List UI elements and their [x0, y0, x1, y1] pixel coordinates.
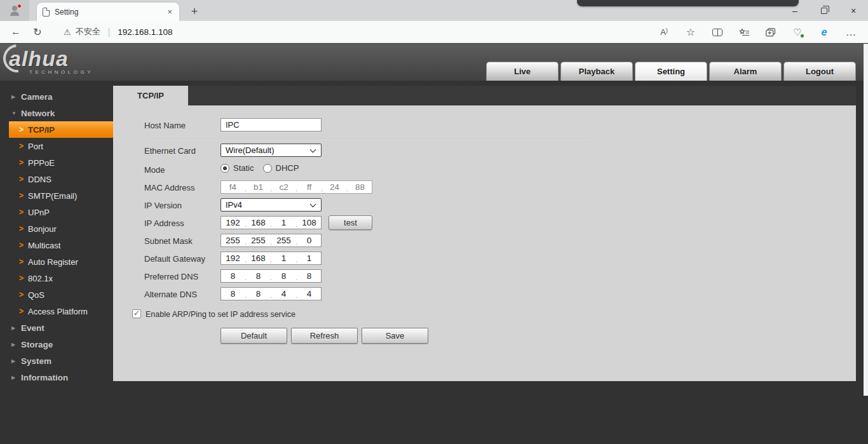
sidebar-item-multicast[interactable]: >Multicast	[0, 237, 113, 253]
sidebar-item-smtp[interactable]: >SMTP(Email)	[0, 187, 113, 204]
read-aloud-button[interactable]: A)	[651, 27, 677, 37]
collections-button[interactable]	[757, 28, 784, 37]
static-radio[interactable]	[220, 164, 229, 173]
page-scrollbar[interactable]	[864, 44, 868, 396]
favorites-list-button[interactable]	[731, 28, 757, 37]
collapsed-arrow-icon: ▶	[11, 325, 19, 331]
refresh-button[interactable]: Refresh	[291, 328, 358, 344]
not-secure-label: 不安全	[76, 26, 100, 37]
default-gateway-input[interactable]: 192. 168. 1. 1	[220, 252, 322, 265]
sidebar-item-auto-register[interactable]: >Auto Register	[0, 253, 113, 270]
tab-close-icon[interactable]: ×	[166, 7, 173, 17]
sidebar-item-storage[interactable]: ▶Storage	[0, 336, 113, 353]
subnet-mask-row: Subnet Mask 255. 255. 255. 0	[113, 234, 856, 248]
ip-version-select[interactable]: IPv4	[220, 198, 322, 212]
chevron-down-icon	[310, 201, 316, 207]
sidebar-item-ddns[interactable]: >DDNS	[0, 171, 113, 187]
sidebar-item-bonjour[interactable]: >Bonjour	[0, 220, 113, 237]
alternate-dns-input[interactable]: 8. 8. 4. 4	[220, 287, 322, 300]
essentials-heart-icon: ♡	[793, 27, 801, 38]
tcpip-panel: TCP/IP Host Name Ethernet Card Wire(Defa…	[113, 86, 856, 381]
site-header: alhua TECHNOLOGY Live Playback Setting A…	[0, 44, 868, 81]
sidebar-item-network[interactable]: ▼Network	[0, 105, 113, 121]
ie-mode-icon: e	[822, 27, 827, 38]
ip-address-row: IP Address 192. 168. 1. 108 test	[113, 216, 856, 230]
restore-button[interactable]	[810, 0, 839, 21]
sidebar-item-access-platform[interactable]: >Access Platform	[0, 303, 113, 320]
sidebar-item-8021x[interactable]: >802.1x	[0, 270, 113, 286]
browser-profile-button[interactable]	[0, 0, 29, 21]
browser-essentials-button[interactable]: ♡	[784, 27, 811, 38]
split-screen-icon	[712, 29, 722, 36]
alternate-dns-row: Alternate DNS 8. 8. 4. 4	[113, 287, 856, 301]
sidebar-item-event[interactable]: ▶Event	[0, 320, 113, 336]
browser-tab[interactable]: Setting ×	[37, 3, 179, 21]
tab-tcpip[interactable]: TCP/IP	[113, 86, 188, 105]
static-label: Static	[233, 163, 254, 173]
nav-logout-button[interactable]: Logout	[783, 62, 856, 81]
default-gateway-row: Default Gateway 192. 168. 1. 1	[113, 252, 856, 266]
sidebar-item-pppoe[interactable]: >PPPoE	[0, 154, 113, 171]
top-popup-overlay	[577, 0, 799, 6]
collapsed-arrow-icon: ▶	[11, 375, 19, 380]
collapsed-arrow-icon: ▶	[11, 342, 19, 347]
green-check-dot	[800, 34, 804, 38]
ip-address-input[interactable]: 192. 168. 1. 108	[220, 216, 322, 229]
chevron-icon: >	[19, 142, 28, 151]
subnet-mask-input[interactable]: 255. 255. 255. 0	[220, 234, 322, 247]
nav-alarm-button[interactable]: Alarm	[709, 62, 782, 81]
ie-mode-button[interactable]: e	[811, 27, 837, 38]
not-secure-warning-icon: ⚠	[64, 27, 71, 37]
refresh-button[interactable]: ↻	[27, 26, 48, 38]
ethernet-card-row: Ethernet Card Wire(Default)	[113, 144, 856, 158]
nav-setting-button[interactable]: Setting	[635, 62, 707, 81]
logo-subtitle: TECHNOLOGY	[29, 69, 93, 75]
mode-row: Mode Static DHCP	[113, 163, 856, 177]
preferred-dns-input[interactable]: 8. 8. 8. 8	[220, 269, 322, 283]
sidebar-item-tcpip[interactable]: >TCP/IP	[9, 121, 113, 138]
address-divider: |	[108, 27, 111, 37]
chevron-icon: >	[19, 290, 28, 299]
dhcp-radio[interactable]	[263, 164, 272, 173]
stacked-tabs-plus-icon	[766, 28, 776, 37]
panel-tab-strip: TCP/IP	[113, 86, 856, 105]
logo-swoosh-icon: a	[9, 46, 22, 71]
arp-ping-checkbox[interactable]	[132, 309, 141, 318]
ethernet-card-select[interactable]: Wire(Default)	[220, 144, 322, 157]
arp-ping-row: Enable ARP/Ping to set IP address servic…	[113, 308, 856, 322]
sidebar-item-information[interactable]: ▶Information	[0, 369, 113, 386]
save-button[interactable]: Save	[362, 328, 428, 344]
sidebar-item-system[interactable]: ▶System	[0, 353, 113, 369]
nav-playback-button[interactable]: Playback	[560, 62, 633, 81]
test-button[interactable]: test	[329, 215, 372, 230]
default-button[interactable]: Default	[220, 328, 287, 344]
chevron-icon: >	[19, 307, 28, 316]
new-tab-button[interactable]: +	[186, 3, 203, 20]
split-screen-button[interactable]	[704, 29, 731, 36]
close-button[interactable]: ×	[839, 0, 868, 21]
nav-live-button[interactable]: Live	[486, 62, 559, 81]
ip-address-label: IP Address	[144, 219, 184, 228]
chevron-icon: >	[19, 241, 28, 250]
address-url[interactable]: 192.168.1.108	[118, 27, 172, 37]
collapsed-arrow-icon: ▶	[11, 358, 19, 364]
page-favicon-icon	[43, 8, 50, 17]
sidebar-item-camera[interactable]: ▶Camera	[0, 88, 113, 105]
tcpip-form: Host Name Ethernet Card Wire(Default) Mo…	[113, 105, 856, 381]
chevron-icon: >	[19, 191, 28, 200]
host-name-input[interactable]	[220, 118, 322, 131]
collapsed-arrow-icon: ▶	[11, 94, 19, 100]
toolbar-actions: A) ☆ ♡ e …	[651, 21, 864, 43]
back-button[interactable]: ←	[5, 26, 27, 37]
actions-row: Default Refresh Save	[113, 328, 856, 342]
preferred-dns-row: Preferred DNS 8. 8. 8. 8	[113, 269, 856, 283]
minimize-button[interactable]: –	[780, 0, 810, 21]
sidebar-item-port[interactable]: >Port	[0, 138, 113, 154]
more-options-button[interactable]: …	[837, 26, 864, 39]
favorites-star-button[interactable]: ☆	[677, 26, 704, 38]
sidebar-item-upnp[interactable]: >UPnP	[0, 204, 113, 220]
sidebar-item-qos[interactable]: >QoS	[0, 286, 113, 303]
ethernet-card-label: Ethernet Card	[144, 146, 196, 156]
security-chip[interactable]: ⚠ 不安全	[64, 26, 100, 37]
ip-version-label: IP Version	[144, 201, 182, 210]
